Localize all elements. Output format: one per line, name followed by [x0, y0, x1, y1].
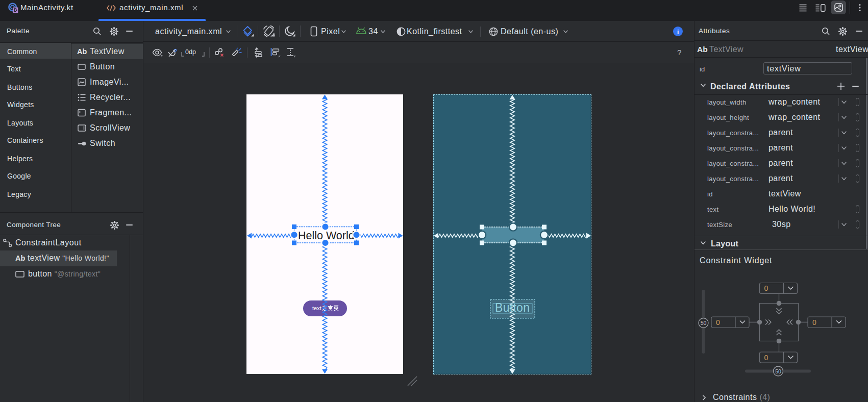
svg-text:50: 50	[775, 368, 781, 374]
svg-text:0: 0	[716, 318, 720, 326]
svg-text:0: 0	[764, 284, 768, 292]
svg-text:0: 0	[812, 318, 816, 326]
svg-text:50: 50	[701, 320, 707, 326]
svg-text:0: 0	[764, 354, 768, 362]
